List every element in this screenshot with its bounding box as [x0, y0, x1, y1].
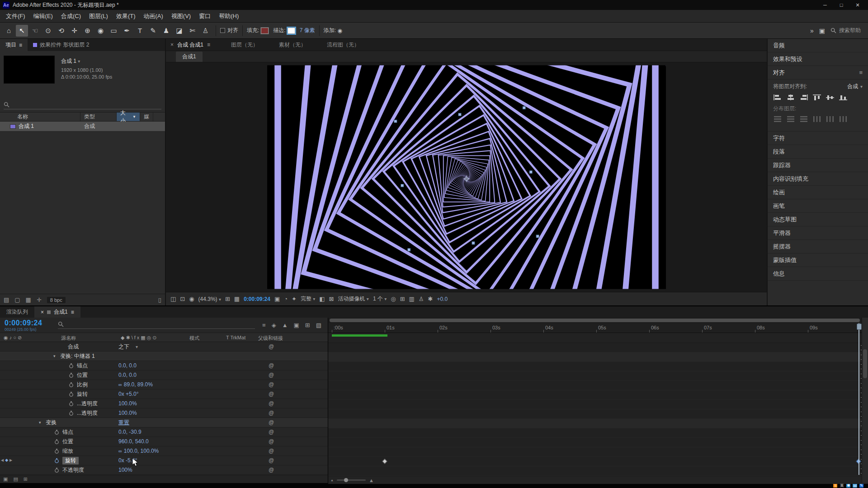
type-tool[interactable]: T — [134, 25, 146, 37]
twirl-icon[interactable]: ▾ — [39, 420, 46, 425]
align-top-icon[interactable] — [812, 94, 821, 101]
property-name[interactable]: 合成 — [68, 343, 79, 351]
menu-视图(V)[interactable]: 视图(V) — [167, 10, 195, 22]
panel-摇摆器[interactable]: 摇摆器 — [768, 240, 868, 253]
dist-h-center-icon[interactable] — [826, 116, 835, 122]
column-media[interactable]: 媒 — [140, 113, 153, 121]
exposure-icon[interactable]: ✱ — [428, 296, 433, 302]
graph-editor-icon[interactable]: ▧ — [316, 322, 321, 328]
help-search[interactable]: 搜索帮助 — [830, 27, 861, 34]
fill-control[interactable]: 填充: — [247, 27, 272, 34]
timeline-row[interactable]: ◀◆▶ 旋转0x -5.0°@ — [0, 456, 328, 465]
color-depth-badge[interactable]: 8 bpc — [47, 297, 66, 303]
timeline-lane[interactable] — [328, 381, 868, 390]
zoom-level[interactable]: (44.3%) ▾ — [198, 296, 221, 302]
timeline-lane[interactable] — [328, 400, 868, 409]
tab-footage[interactable]: 素材（无） — [279, 41, 306, 49]
panel-menu-icon[interactable]: ≡ — [207, 42, 210, 48]
keyframe-navigator[interactable]: ◀◆▶ — [1, 458, 12, 462]
eraser-tool[interactable]: ◪ — [173, 25, 185, 37]
timeline-lane[interactable] — [328, 352, 868, 362]
property-value[interactable]: 960.0, 540.0 — [118, 438, 149, 445]
channel-icon[interactable]: ✦ — [292, 296, 297, 302]
hand-tool[interactable]: ☜ — [29, 25, 41, 37]
align-bottom-icon[interactable] — [839, 94, 848, 101]
composition-flow-icon[interactable]: ♙ — [419, 296, 424, 302]
stopwatch-icon[interactable] — [69, 411, 74, 416]
canvas-area[interactable] — [166, 62, 767, 292]
panel-字符[interactable]: 字符 — [768, 131, 868, 145]
align-to-select[interactable]: 合成 ▾ — [847, 83, 863, 90]
timeline-row[interactable]: 比例∞89.0, 89.0%@ — [0, 380, 328, 389]
timeline-lane[interactable] — [328, 390, 868, 400]
current-time-indicator[interactable] — [857, 324, 862, 330]
comp-name[interactable]: 合成 1 ▾ — [61, 57, 112, 65]
draft-3d-icon[interactable]: ◈ — [272, 322, 276, 328]
ime-lang-icon[interactable]: 英 — [840, 483, 844, 488]
stopwatch-icon[interactable] — [69, 401, 74, 406]
close-button[interactable]: ✕ — [850, 0, 865, 9]
parent-pickwhip-icon[interactable]: @ — [269, 400, 274, 407]
property-name[interactable]: 缩放 — [62, 447, 73, 455]
brush-tool[interactable]: ✎ — [147, 25, 159, 37]
project-search[interactable] — [4, 102, 161, 109]
parent-pickwhip-icon[interactable]: @ — [269, 362, 274, 369]
parent-pickwhip-icon[interactable]: @ — [269, 343, 274, 350]
property-value[interactable]: 0x -5.0° — [118, 457, 137, 464]
stopwatch-icon[interactable] — [69, 363, 74, 368]
property-name[interactable]: 旋转 — [77, 390, 88, 398]
menu-图层(L)[interactable]: 图层(L) — [85, 10, 112, 22]
parent-pickwhip-icon[interactable]: @ — [269, 448, 274, 454]
stopwatch-icon[interactable] — [69, 373, 74, 378]
motion-blur-icon[interactable]: ⊞ — [305, 322, 310, 328]
workspace-icon[interactable]: ▣ — [819, 27, 825, 34]
timeline-lane[interactable] — [328, 457, 868, 466]
timeline-search[interactable] — [58, 321, 255, 329]
time-ruler[interactable]: :00s01s02s03s04s05s06s07s08s09s — [328, 323, 868, 333]
column-size[interactable]: 大小▼ — [117, 113, 140, 121]
dist-top-icon[interactable] — [773, 116, 782, 122]
transparency-grid-icon[interactable]: ⊠ — [329, 296, 334, 302]
timeline-button-icon[interactable]: ▥ — [409, 296, 415, 302]
stopwatch-icon[interactable] — [69, 392, 74, 397]
keyframe-diamond[interactable] — [382, 459, 387, 464]
property-value[interactable]: 100.0% — [118, 410, 137, 416]
zoom-in-icon[interactable]: ▲ — [369, 478, 374, 483]
property-name[interactable]: ...透明度 — [77, 400, 98, 408]
property-name[interactable]: 位置 — [62, 438, 73, 446]
puppet-pin-tool[interactable]: ♙ — [199, 25, 212, 37]
timeline-lane[interactable] — [328, 409, 868, 419]
color-depth-icon[interactable]: ✛ — [37, 296, 42, 303]
always-preview-icon[interactable]: ◫ — [170, 296, 176, 302]
hide-shy-layers-icon[interactable]: ▲ — [282, 322, 288, 328]
timeline-row[interactable]: ▾变换重置@ — [0, 418, 328, 427]
zoom-slider-knob[interactable] — [344, 478, 348, 482]
timeline-lane[interactable] — [328, 371, 868, 381]
subtab-comp1[interactable]: 合成1 — [176, 52, 203, 62]
timeline-tab-0[interactable]: 渲染队列 — [0, 306, 34, 318]
stopwatch-icon[interactable] — [54, 430, 59, 435]
orbit-camera-tool[interactable]: ⟲ — [55, 25, 67, 37]
align-v-center-icon[interactable] — [826, 94, 835, 101]
project-settings-icon[interactable]: ▤ — [4, 296, 9, 303]
delete-icon[interactable]: ▯ — [158, 296, 161, 303]
tab-layer[interactable]: 图层（无） — [231, 41, 258, 49]
region-of-interest-icon[interactable]: ◧ — [319, 296, 325, 302]
timeline-row[interactable]: 位置0.0, 0.0@ — [0, 371, 328, 380]
snapshot-icon[interactable]: ▣ — [274, 296, 280, 302]
project-tab-0[interactable]: 项目 ≡ — [0, 39, 28, 51]
menu-效果(T)[interactable]: 效果(T) — [112, 10, 140, 22]
home-icon[interactable]: ⌂ — [3, 25, 15, 37]
property-value[interactable]: 0.0, 0.0 — [118, 362, 137, 369]
zoom-tool[interactable]: ⊙ — [42, 25, 54, 37]
dist-v-center-icon[interactable] — [786, 116, 795, 122]
timeline-scrollbar[interactable] — [862, 318, 868, 483]
timeline-row[interactable]: 位置960.0, 540.0@ — [0, 437, 328, 446]
tab-close-icon[interactable]: × — [170, 42, 174, 48]
column-type[interactable]: 类型 — [80, 113, 117, 121]
property-value[interactable]: ∞100.0, 100.0% — [118, 448, 159, 454]
shape-tool[interactable]: ▭ — [108, 25, 120, 37]
parent-pickwhip-icon[interactable]: @ — [269, 457, 274, 464]
panel-信息[interactable]: 信息 — [768, 267, 868, 281]
timeline-row[interactable]: 锚点0.0, -30.9@ — [0, 427, 328, 437]
